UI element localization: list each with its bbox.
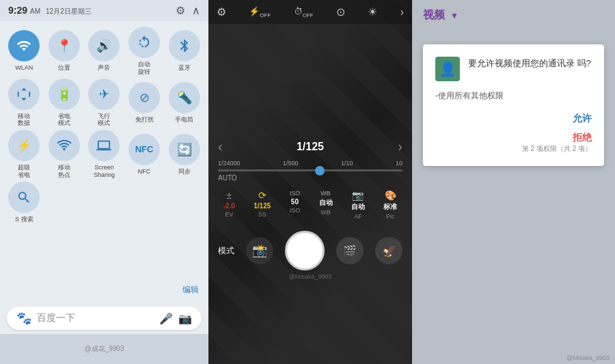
deny-button[interactable]: 拒绝 (573, 132, 592, 144)
dialog-app-icon: 👤 (435, 57, 460, 81)
iso-icon: ISO (290, 190, 301, 197)
sound-label: 声音 (98, 64, 110, 72)
camera-top-bar: ⚙ ⚡OFF ⏱OFF ⊙ ☀ › (208, 0, 412, 24)
wb-param[interactable]: WB 自动 WB (319, 190, 333, 220)
s-search-icon (8, 182, 40, 213)
ev-value: -2.0 (223, 202, 235, 210)
camera-search-icon[interactable]: 📷 (178, 312, 192, 325)
bluetooth-icon (169, 30, 200, 61)
camera-watermark: @Misaka_9903 (208, 273, 412, 283)
sync-icon: 🔄 (169, 134, 200, 165)
af-param[interactable]: 📷 自动 AF (351, 190, 365, 220)
shutter-next[interactable]: › (398, 139, 402, 154)
qs-screen-sharing[interactable]: ScreenSharing (85, 130, 123, 179)
mic-icon[interactable]: 🎤 (159, 312, 173, 325)
mobile-data-label: 移动数据 (18, 113, 30, 128)
pic-param[interactable]: 🎨 标准 Pic (383, 190, 397, 220)
mode-label[interactable]: 模式 (218, 245, 234, 257)
focus-mode-icon[interactable]: ⊙ (336, 5, 345, 18)
ss-label: SS (258, 211, 266, 218)
sync-label: 同步 (178, 168, 191, 176)
rotate-label: 自动旋转 (138, 61, 150, 76)
screen-sharing-label: ScreenSharing (94, 164, 115, 179)
shutter-button[interactable] (285, 231, 325, 270)
camera-mode-bar: 模式 📸 🎬 🦅 (208, 225, 412, 273)
baidu-icon: 🐾 (16, 311, 31, 326)
s-search-label: S 搜索 (15, 216, 33, 223)
iso-param[interactable]: ISO 50 ISO (290, 190, 301, 220)
shutter-slider: 1/24000 1/500 1/10 10 AUTO (208, 160, 412, 182)
dialog-top: 👤 要允许视频使用您的通讯录 吗? (435, 57, 592, 81)
right-watermark: @Misaka_9903 (566, 354, 610, 361)
permission-dialog: 👤 要允许视频使用您的通讯录 吗? -使用所有其他权限 允许 拒绝 第 2 项权… (423, 44, 604, 166)
search-bar[interactable]: 🐾 百度一下 🎤 📷 (7, 307, 202, 330)
super-save-label: 超级省电 (18, 164, 30, 179)
screen-sharing-icon (88, 130, 120, 161)
nfc-icon: NFC (128, 134, 160, 165)
battery-save-label: 省电模式 (58, 113, 70, 128)
more-icon[interactable]: › (400, 6, 404, 18)
timer-off-icon[interactable]: ⏱OFF (294, 6, 314, 18)
qs-bluetooth[interactable]: 蓝牙 (165, 27, 203, 76)
qs-flashlight[interactable]: 🔦 手电筒 (165, 79, 203, 128)
qs-sound[interactable]: 🔊 声音 (85, 27, 123, 76)
nfc-label: NFC (138, 168, 151, 176)
flashlight-icon: 🔦 (169, 82, 200, 113)
right-panel: 视频 ▼ 👤 要允许视频使用您的通讯录 吗? -使用所有其他权限 允许 拒绝 第… (412, 0, 615, 364)
allow-button[interactable]: 允许 (573, 113, 592, 125)
flash-off-icon[interactable]: ⚡OFF (249, 6, 271, 18)
shutter-track[interactable] (218, 169, 402, 171)
brightness-icon[interactable]: ☀ (368, 5, 377, 18)
ev-param[interactable]: ± -2.0 EV (223, 190, 235, 220)
no-disturb-label: 免打扰 (135, 116, 154, 124)
af-icon: 📷 (352, 190, 364, 201)
extra-mode-btn[interactable]: 🦅 (375, 237, 402, 264)
airplane-icon: ✈ (88, 79, 120, 110)
pic-value: 标准 (383, 202, 397, 212)
qs-nfc[interactable]: NFC NFC (126, 130, 163, 179)
ampm-display: AM (30, 8, 40, 15)
shutter-value: 1/125 (297, 141, 324, 153)
qs-super-save[interactable]: ⚡ 超级省电 (5, 130, 43, 179)
shutter-prev[interactable]: ‹ (218, 139, 223, 154)
shutter-thumb[interactable] (315, 166, 325, 176)
sound-icon: 🔊 (88, 30, 120, 61)
contacts-icon: 👤 (439, 61, 456, 77)
pic-label: Pic (386, 213, 395, 220)
ev-label: EV (225, 211, 233, 218)
dialog-body: -使用所有其他权限 (435, 89, 592, 102)
chevron-up-icon[interactable]: ∧ (192, 4, 200, 17)
qs-battery-save[interactable]: 🔋 省电模式 (46, 79, 83, 128)
qs-s-search[interactable]: S 搜索 (5, 182, 43, 223)
dialog-footer: 第 2 项权限（共 2 项） (435, 144, 592, 154)
qs-hotspot[interactable]: 移动热点 (46, 130, 83, 179)
iso-label: ISO (290, 207, 301, 214)
qs-location[interactable]: 📍 位置 (46, 27, 83, 76)
left-watermark: @成花_9903 (85, 344, 124, 354)
qs-rotate[interactable]: 自动旋转 (126, 27, 163, 76)
qs-mobile-data[interactable]: 移动数据 (5, 79, 43, 128)
camera-settings-icon[interactable]: ⚙ (217, 5, 226, 18)
auto-label: AUTO (218, 174, 402, 182)
rotate-icon (128, 27, 160, 58)
wb-icon: WB (320, 190, 331, 197)
qs-sync[interactable]: 🔄 同步 (165, 130, 203, 179)
ss-value: 1/125 (254, 202, 271, 210)
hotspot-icon (49, 130, 80, 161)
qs-wlan[interactable]: WLAN (5, 27, 43, 76)
photo-mode-btn[interactable]: 📸 (246, 237, 273, 264)
search-text: 百度一下 (37, 312, 154, 324)
video-mode-btn[interactable]: 🎬 (336, 237, 364, 264)
dropdown-arrow[interactable]: ▼ (450, 11, 459, 20)
af-value: 自动 (351, 202, 365, 212)
location-label: 位置 (58, 64, 70, 72)
middle-panel: ⚙ ⚡OFF ⏱OFF ⊙ ☀ › ‹ 1/125 › 1/24000 1/50… (208, 0, 412, 364)
dialog-actions: 允许 拒绝 (435, 113, 592, 144)
ss-param[interactable]: ⟳ 1/125 SS (254, 190, 271, 220)
wb-value: 自动 (319, 198, 333, 208)
gear-icon[interactable]: ⚙ (176, 4, 185, 17)
qs-airplane[interactable]: ✈ 飞行模式 (85, 79, 123, 128)
edit-button[interactable]: 编辑 (182, 284, 199, 296)
qs-no-disturb[interactable]: ⊘ 免打扰 (126, 79, 163, 128)
ss-icon: ⟳ (258, 190, 266, 201)
